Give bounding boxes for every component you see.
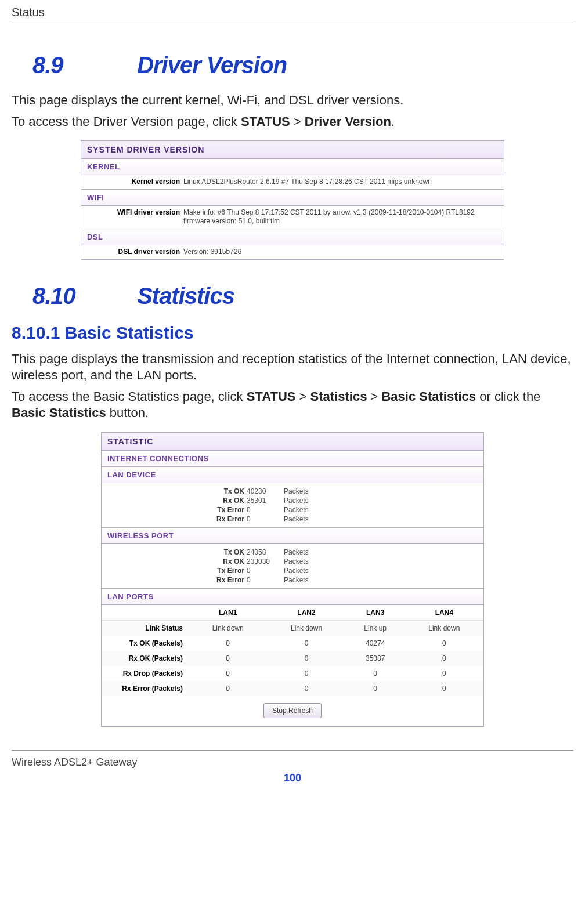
- section-internet-connections: INTERNET CONNECTIONS: [102, 451, 483, 467]
- section-lan-device: LAN DEVICE: [102, 467, 483, 483]
- wl-txerr-value: 0: [247, 567, 281, 575]
- heading-8-9-title: Driver Version: [137, 52, 287, 78]
- lan-txok-label: Tx OK: [102, 487, 247, 495]
- wl-rxerr-value: 0: [247, 576, 281, 584]
- dsl-version-value: Version: 3915b726: [183, 248, 500, 257]
- heading-8-10-title: Statistics: [137, 283, 234, 309]
- p-8-9-nav: To access the Driver Version page, click…: [12, 114, 573, 131]
- table-row: Link Status Link down Link down Link up …: [102, 620, 483, 636]
- row-link-status: Link Status: [102, 620, 189, 636]
- page-footer: Wireless ADSL2+ Gateway: [12, 750, 573, 769]
- p-8-9-intro: This page displays the current kernel, W…: [12, 92, 573, 109]
- statistics-panel: STATISTIC INTERNET CONNECTIONS LAN DEVIC…: [101, 432, 484, 727]
- heading-8-9-num: 8.9: [32, 52, 131, 78]
- section-wifi: WIFI: [81, 190, 504, 206]
- row-rxdrop: Rx Drop (Packets): [102, 666, 189, 681]
- table-row: Tx OK (Packets) 0 0 40274 0: [102, 636, 483, 651]
- wl-txok-label: Tx OK: [102, 548, 247, 556]
- nav-statistics: Statistics: [310, 389, 367, 404]
- wl-rxok-value: 233030: [247, 557, 281, 566]
- lan-rxerr-label: Rx Error: [102, 515, 247, 523]
- dsl-version-label: DSL driver version: [85, 248, 183, 256]
- lan-ports-table: LAN1 LAN2 LAN3 LAN4 Link Status Link dow…: [102, 605, 483, 696]
- col-lan2: LAN2: [267, 605, 345, 621]
- section-lan-ports: LAN PORTS: [102, 589, 483, 605]
- wl-rxerr-label: Rx Error: [102, 576, 247, 584]
- stop-refresh-button[interactable]: Stop Refresh: [263, 703, 322, 718]
- page-header: Status: [12, 6, 573, 23]
- lan-rxerr-value: 0: [247, 515, 281, 523]
- section-kernel: KERNEL: [81, 159, 504, 175]
- wifi-version-label: WIFI driver version: [85, 208, 183, 216]
- btn-basic-statistics-ref: Basic Statistics: [12, 405, 106, 420]
- lan-rxok-label: Rx OK: [102, 497, 247, 505]
- p-8-10-1-nav: To access the Basic Statistics page, cli…: [12, 389, 573, 422]
- p-8-10-1-intro: This page displays the transmission and …: [12, 351, 573, 384]
- heading-8-10-num: 8.10: [32, 283, 131, 309]
- kernel-version-label: Kernel version: [85, 177, 183, 186]
- heading-8-10-1: 8.10.1 Basic Statistics: [12, 323, 573, 343]
- lan-txerr-value: 0: [247, 506, 281, 514]
- lan-txok-value: 40280: [247, 487, 281, 495]
- kernel-version-value: Linux ADSL2PlusRouter 2.6.19 #7 Thu Sep …: [183, 177, 500, 187]
- page-number: 100: [12, 772, 573, 784]
- panel-title-statistic: STATISTIC: [102, 433, 483, 451]
- heading-8-10: 8.10 Statistics: [32, 283, 573, 309]
- section-dsl: DSL: [81, 229, 504, 245]
- col-lan3: LAN3: [346, 605, 405, 621]
- row-txok: Tx OK (Packets): [102, 636, 189, 651]
- row-rxerr: Rx Error (Packets): [102, 681, 189, 696]
- lan-rxok-value: 35301: [247, 497, 281, 505]
- panel-title-driver: SYSTEM DRIVER VERSION: [81, 141, 504, 159]
- wl-txok-value: 24058: [247, 548, 281, 556]
- wl-txerr-label: Tx Error: [102, 567, 247, 575]
- section-wireless-port: WIRELESS PORT: [102, 528, 483, 544]
- col-lan4: LAN4: [405, 605, 483, 621]
- wl-rxok-label: Rx OK: [102, 557, 247, 566]
- nav-driver-version: Driver Version: [305, 114, 391, 129]
- driver-version-panel: SYSTEM DRIVER VERSION KERNEL Kernel vers…: [81, 140, 504, 259]
- row-rxok: Rx OK (Packets): [102, 651, 189, 666]
- col-lan1: LAN1: [189, 605, 267, 621]
- wifi-version-value: Make info: #6 Thu Sep 8 17:17:52 CST 201…: [183, 208, 500, 226]
- nav-status-2: STATUS: [247, 389, 296, 404]
- table-row: Rx Drop (Packets) 0 0 0 0: [102, 666, 483, 681]
- nav-status: STATUS: [241, 114, 290, 129]
- lan-txerr-label: Tx Error: [102, 506, 247, 514]
- nav-basic-statistics: Basic Statistics: [381, 389, 476, 404]
- table-row: Rx OK (Packets) 0 0 35087 0: [102, 651, 483, 666]
- table-row: Rx Error (Packets) 0 0 0 0: [102, 681, 483, 696]
- heading-8-9: 8.9 Driver Version: [32, 52, 573, 78]
